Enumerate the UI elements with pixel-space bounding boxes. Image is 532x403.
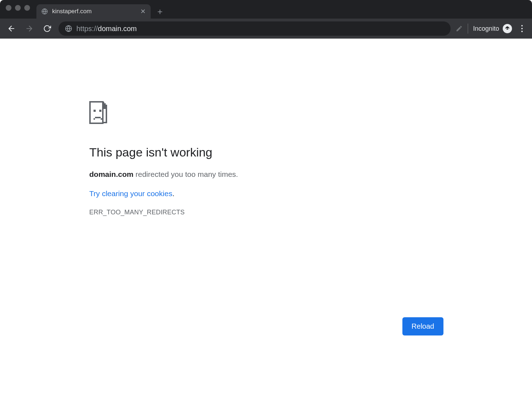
close-icon[interactable]: ✕ <box>140 8 146 15</box>
error-title: This page isn't working <box>89 145 389 159</box>
window-controls <box>4 0 34 19</box>
svg-rect-6 <box>103 108 107 109</box>
url-text: https://domain.com <box>76 25 137 33</box>
error-link-period: . <box>172 189 175 198</box>
tab-active[interactable]: kinstaperf.com ✕ <box>36 4 151 19</box>
browser-window: kinstaperf.com ✕ ＋ https://domain.com <box>0 0 532 403</box>
svg-rect-11 <box>94 118 95 120</box>
site-info-icon[interactable] <box>65 25 72 32</box>
extension-pencil-icon[interactable] <box>456 25 463 32</box>
error-suggestion: Try clearing your cookies. <box>89 189 389 198</box>
new-tab-button[interactable]: ＋ <box>153 4 167 19</box>
tab-strip: kinstaperf.com ✕ ＋ <box>0 0 532 19</box>
incognito-label: Incognito <box>473 25 499 33</box>
error-message: domain.com redirected you too many times… <box>89 170 389 179</box>
svg-rect-7 <box>103 122 107 123</box>
error-domain: domain.com <box>89 170 134 178</box>
svg-rect-8 <box>94 110 96 112</box>
url-scheme: https:// <box>76 25 98 33</box>
error-message-suffix: redirected you too many times. <box>134 170 238 178</box>
url-host: domain.com <box>98 25 137 33</box>
svg-rect-2 <box>90 102 103 123</box>
incognito-indicator[interactable]: Incognito <box>473 24 512 33</box>
error-block: This page isn't working domain.com redir… <box>89 101 389 216</box>
browser-menu-button[interactable] <box>517 25 527 32</box>
svg-rect-10 <box>95 117 101 118</box>
toolbar-divider <box>468 24 468 34</box>
svg-rect-5 <box>106 105 107 123</box>
forward-button[interactable] <box>23 22 36 35</box>
toolbar-right-cluster: Incognito <box>456 24 527 34</box>
page-content: This page isn't working domain.com redir… <box>0 39 532 403</box>
window-minimize-dot[interactable] <box>15 5 21 11</box>
svg-rect-12 <box>101 118 102 120</box>
back-button[interactable] <box>5 22 18 35</box>
reload-icon-button[interactable] <box>41 22 54 35</box>
reload-button[interactable]: Reload <box>402 317 443 335</box>
globe-icon <box>41 8 48 15</box>
tab-title: kinstaperf.com <box>52 8 92 15</box>
error-code: ERR_TOO_MANY_REDIRECTS <box>89 209 389 216</box>
toolbar: https://domain.com Incognito <box>0 19 532 39</box>
window-close-dot[interactable] <box>6 5 11 11</box>
address-bar[interactable]: https://domain.com <box>59 21 451 36</box>
sad-page-icon <box>89 101 109 124</box>
reload-button-row: Reload <box>89 317 443 335</box>
svg-rect-3 <box>103 102 104 108</box>
incognito-icon <box>503 24 512 33</box>
window-maximize-dot[interactable] <box>24 5 30 11</box>
clear-cookies-link[interactable]: Try clearing your cookies <box>89 189 172 198</box>
svg-rect-9 <box>99 110 101 112</box>
